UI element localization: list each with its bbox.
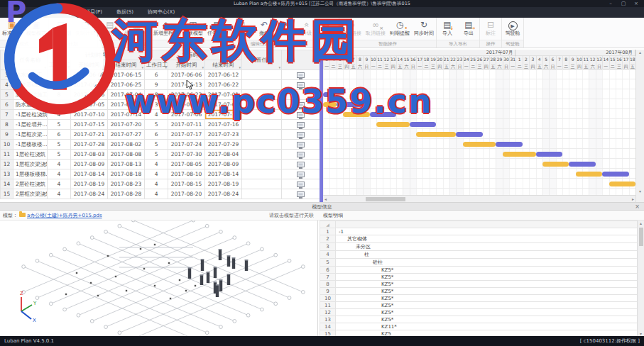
gantt-bar-actual[interactable] bbox=[376, 122, 410, 127]
cell-as[interactable]: 2017-07-24 bbox=[168, 140, 205, 150]
cell-ae[interactable]: 2017-08-09 bbox=[205, 160, 242, 169]
gantt-bar-plan[interactable] bbox=[536, 152, 562, 157]
model-mode-button[interactable]: ▣模型模式 bbox=[24, 19, 48, 37]
due-reminder-button[interactable]: ◷•到期提醒 bbox=[388, 19, 412, 37]
gantt-bar-actual[interactable] bbox=[576, 172, 602, 177]
cell-mod[interactable] bbox=[282, 160, 320, 169]
gantt-bar-plan[interactable] bbox=[323, 92, 329, 97]
add-milestone-button[interactable]: ◇+新增里程碑 bbox=[151, 19, 180, 37]
col-plan-start[interactable]: 开始时间▾ bbox=[71, 60, 108, 70]
detail-row[interactable]: 7KZ5* bbox=[320, 274, 638, 281]
col-actual-duration[interactable]: 工作日工期▾ bbox=[145, 60, 168, 70]
cell-pre[interactable] bbox=[242, 179, 282, 189]
cell-ad[interactable]: 4 bbox=[145, 179, 168, 189]
gantt-bar-plan[interactable] bbox=[337, 102, 363, 107]
linked-model-icon[interactable] bbox=[297, 122, 305, 128]
cell-pd[interactable]: 9 bbox=[48, 80, 71, 90]
linked-model-icon[interactable] bbox=[297, 72, 305, 78]
table-row[interactable]: 4独立基础施工92017-06-162017-06-2592017-06-132… bbox=[1, 80, 320, 90]
cell-pre[interactable] bbox=[242, 150, 282, 160]
table-row[interactable]: 8-1层砼墙井...52017-07-152017-07-2052017-07-… bbox=[1, 120, 320, 130]
cell-ae[interactable]: 2017-08-04 bbox=[205, 150, 242, 160]
col-predecessor[interactable]: 前置任务▾ bbox=[242, 50, 282, 70]
scroll-down-icon[interactable]: ▾ bbox=[636, 189, 644, 194]
detail-row[interactable]: 9KZ5* bbox=[320, 288, 638, 295]
scroll-left-icon[interactable]: ◂ bbox=[324, 196, 327, 202]
cell-pd[interactable]: 4 bbox=[48, 100, 71, 110]
col-actual-start[interactable]: 开始时间▾ bbox=[168, 60, 205, 70]
cell-name[interactable]: -1层砼柱浇筑 bbox=[13, 110, 48, 120]
cell-ad[interactable]: 6 bbox=[145, 70, 168, 80]
cell-name[interactable]: 1层砼柱浇筑 bbox=[13, 150, 48, 160]
cell-as[interactable]: 2017-08-20 bbox=[168, 189, 205, 199]
table-row[interactable]: 152层框次梁浇筑42017-08-242017-08-2842017-08-2… bbox=[1, 189, 320, 199]
gantt-bar-actual[interactable] bbox=[416, 132, 456, 137]
cell-name[interactable]: 满堂基础施工 bbox=[13, 90, 48, 100]
dashboard-button[interactable]: ▶驾驶舱 bbox=[502, 19, 523, 37]
scroll-up-icon[interactable]: ▴ bbox=[636, 50, 644, 55]
table-row[interactable]: 142层砼柱浇筑42017-08-192017-08-2342017-08-15… bbox=[1, 179, 320, 189]
cell-ae[interactable]: 2017-08-24 bbox=[205, 189, 242, 199]
detail-row-text[interactable]: KZ5* bbox=[336, 267, 638, 274]
cell-pd[interactable]: 4 bbox=[48, 189, 71, 199]
downgrade-button[interactable]: »降级 bbox=[317, 19, 339, 37]
cell-ad[interactable]: 8 bbox=[145, 90, 168, 100]
cell-mod[interactable] bbox=[282, 100, 320, 110]
cell-ad[interactable]: 5 bbox=[145, 120, 168, 130]
detail-row-text[interactable]: KZ5* bbox=[336, 295, 638, 302]
linked-model-icon[interactable] bbox=[297, 142, 305, 147]
detail-row-text[interactable]: KZ11* bbox=[336, 323, 638, 330]
detail-row[interactable]: 3未分区 bbox=[320, 243, 638, 251]
cell-ae[interactable]: 2017-07-05 bbox=[205, 100, 242, 110]
gantt-bar-plan[interactable] bbox=[456, 132, 482, 137]
maximize-button[interactable]: ▢ bbox=[617, 0, 630, 7]
cell-mod[interactable] bbox=[282, 120, 320, 130]
detail-row[interactable]: 11KZ5* bbox=[320, 302, 638, 309]
link-model-button[interactable]: ◳关联模型 bbox=[181, 19, 205, 37]
cell-ps[interactable]: 2017-07-15 bbox=[71, 120, 108, 130]
model-file-link[interactable]: a办公楼(土建)+陈丹男+015.pds bbox=[27, 213, 102, 218]
col-plan-end[interactable]: 结束时间▾ bbox=[108, 60, 145, 70]
cell-as[interactable]: 2017-07-06 bbox=[168, 110, 205, 120]
cell-name[interactable]: -1层楼板楼... bbox=[13, 140, 48, 150]
cell-ae[interactable]: 2017-07-01 bbox=[205, 90, 242, 100]
gantt-bar-actual[interactable] bbox=[343, 112, 369, 117]
cell-ae[interactable]: 2017-06-22 bbox=[205, 80, 242, 90]
cell-pd[interactable]: 4 bbox=[48, 160, 71, 169]
cell-as[interactable]: 2017-06-06 bbox=[168, 70, 205, 80]
cell-pre[interactable] bbox=[242, 90, 282, 100]
cancel-link-button[interactable]: ∞×取消链接 bbox=[364, 19, 388, 37]
cell-pre[interactable] bbox=[242, 130, 282, 140]
cell-ad[interactable]: 5 bbox=[145, 140, 168, 150]
gantt-bar-actual[interactable] bbox=[323, 102, 337, 107]
cell-name[interactable]: 1层框次梁浇筑 bbox=[13, 160, 48, 169]
table-row[interactable]: 5满堂基础施工82017-06-262017-07-0482017-06-232… bbox=[1, 90, 320, 100]
gantt-bar-plan[interactable] bbox=[569, 162, 595, 167]
cell-pe[interactable]: 2017-07-09 bbox=[108, 100, 145, 110]
cell-pe[interactable]: 2017-08-13 bbox=[108, 160, 145, 169]
cell-ae[interactable]: 2017-07-10 bbox=[205, 110, 242, 120]
cell-as[interactable]: 2017-07-17 bbox=[168, 130, 205, 140]
linked-model-icon[interactable] bbox=[297, 82, 305, 88]
detail-row[interactable]: 1-1 bbox=[320, 228, 638, 235]
cell-as[interactable]: 2017-06-23 bbox=[168, 90, 205, 100]
cell-pd[interactable]: 7 bbox=[48, 70, 71, 80]
ribbon-tab-1[interactable]: 项目(P) bbox=[78, 7, 109, 18]
copy-plan-button[interactable]: ▢复制计划 bbox=[73, 19, 97, 37]
cell-name[interactable]: 2层框次梁浇筑 bbox=[13, 189, 48, 199]
cell-pre[interactable] bbox=[242, 169, 282, 179]
cell-pre[interactable] bbox=[242, 140, 282, 150]
cell-ps[interactable]: 2017-08-03 bbox=[71, 150, 108, 160]
gantt-bar-actual[interactable] bbox=[503, 152, 536, 157]
cell-name[interactable]: -1层砼墙井... bbox=[13, 120, 48, 130]
smart-link-button[interactable]: ∞智能链接 bbox=[339, 19, 364, 37]
cell-mod[interactable] bbox=[282, 150, 320, 160]
cell-as[interactable]: 2017-08-05 bbox=[168, 160, 205, 169]
cell-ad[interactable]: 4 bbox=[145, 160, 168, 169]
cell-name[interactable]: 1层楼板楼梯... bbox=[13, 169, 48, 179]
linked-model-icon[interactable] bbox=[297, 182, 305, 187]
table-row[interactable]: 10-1层楼板楼...52017-07-282017-08-0252017-07… bbox=[1, 140, 320, 150]
cell-pe[interactable]: 2017-08-18 bbox=[108, 169, 145, 179]
cell-ae[interactable]: 2017-07-29 bbox=[205, 140, 242, 150]
cell-ps[interactable]: 2017-07-28 bbox=[71, 140, 108, 150]
